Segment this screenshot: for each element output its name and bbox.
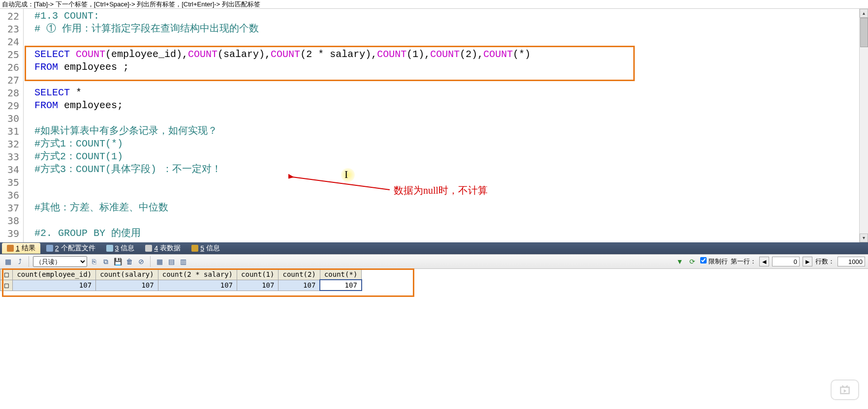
line-number: 39 [0, 227, 19, 240]
annotation-text: 数据为null时，不计算 [394, 184, 488, 197]
code-line[interactable]: SELECT * [34, 87, 859, 99]
cell[interactable]: 107 [158, 280, 237, 291]
cell[interactable]: 107 [13, 280, 96, 291]
code-line[interactable] [34, 35, 859, 48]
line-number: 23 [0, 23, 19, 35]
cell[interactable]: 107 [279, 280, 320, 291]
code-line[interactable]: FROM employees; [34, 99, 859, 112]
results-toolbar: ▦ ⤴ （只读） ⎘ ⧉ 💾 🗑 ⊘ ▦ ▤ ▥ ▼ ⟳ 限制行 第一行： ◀ … [0, 254, 868, 269]
tab-label: 信息 [206, 244, 220, 253]
line-number: 24 [0, 35, 19, 48]
line-number: 22 [0, 10, 19, 23]
tab-结果[interactable]: 1 结果 [2, 243, 40, 254]
code-line[interactable] [34, 74, 859, 87]
line-number: 32 [0, 138, 19, 150]
cell[interactable]: 107 [237, 280, 279, 291]
tab-label: 结果 [22, 244, 35, 253]
grid-view-icon[interactable]: ▦ [3, 257, 13, 266]
prev-page-button[interactable]: ◀ [759, 257, 769, 266]
grid-layout-icon[interactable]: ▦ [155, 257, 164, 266]
separator [29, 256, 29, 267]
code-line[interactable]: FROM employees ; [34, 61, 859, 74]
vertical-scrollbar[interactable]: ▴ ▾ [859, 9, 868, 242]
row-handle-header[interactable]: □ [0, 269, 13, 280]
row-count-input[interactable] [837, 257, 865, 266]
results-grid: □count(employee_id)count(salary)count(2 … [0, 269, 868, 291]
code-line[interactable]: #2. GROUP BY 的使用 [34, 227, 859, 240]
refresh-icon[interactable]: ⟳ [687, 257, 697, 266]
tab-表数据[interactable]: 4 表数据 [140, 243, 186, 254]
scroll-thumb[interactable] [860, 18, 868, 47]
code-line[interactable]: #1.3 COUNT: [34, 10, 859, 23]
tab-个配置文件[interactable]: 2 个配置文件 [41, 243, 100, 254]
text-layout-icon[interactable]: ▥ [178, 257, 188, 266]
filter-icon[interactable]: ▼ [675, 257, 684, 266]
line-number: 28 [0, 87, 19, 99]
column-header[interactable]: count(employee_id) [13, 269, 96, 280]
code-line[interactable] [34, 214, 859, 227]
row-count-label: 行数： [815, 257, 835, 266]
code-line[interactable]: #方式2：COUNT(1) [34, 150, 859, 163]
line-number-gutter: 222324252627282930313233343536373839 [0, 9, 24, 242]
edit-mode-select[interactable]: （只读） [33, 256, 87, 267]
code-line[interactable]: #方式3：COUNT(具体字段) ：不一定对！ [34, 163, 859, 176]
tab-信息[interactable]: 3 信息 [101, 243, 140, 254]
cancel-icon[interactable]: ⊘ [136, 257, 146, 266]
form-layout-icon[interactable]: ▤ [166, 257, 176, 266]
export-icon[interactable]: ⤴ [15, 257, 25, 266]
line-number: 30 [0, 112, 19, 125]
results-table[interactable]: □count(employee_id)count(salary)count(2 … [0, 269, 362, 291]
code-line[interactable]: #如果计算表中有多少条记录，如何实现？ [34, 125, 859, 138]
code-line[interactable]: #方式1：COUNT(*) [34, 138, 859, 150]
line-number: 34 [0, 163, 19, 176]
save-icon[interactable]: 💾 [113, 257, 123, 266]
tab-number: 4 [154, 244, 158, 252]
scroll-down-arrow-icon[interactable]: ▾ [860, 234, 868, 242]
delete-icon[interactable]: 🗑 [124, 257, 134, 266]
line-number: 35 [0, 176, 19, 189]
autocomplete-hint-bar: 自动完成：[Tab]-> 下一个标签，[Ctrl+Space]-> 列出所有标签… [0, 0, 868, 9]
column-header[interactable]: count(salary) [96, 269, 158, 280]
tab-number: 1 [16, 244, 20, 252]
tab-number: 2 [55, 244, 59, 252]
results-tabs-bar: 1 结果2 个配置文件3 信息4 表数据5 信息 [0, 242, 868, 254]
tab-number: 3 [115, 244, 119, 252]
code-line[interactable] [34, 112, 859, 125]
code-line[interactable]: #其他：方差、标准差、中位数 [34, 202, 859, 214]
column-header[interactable]: count(1) [237, 269, 279, 280]
scroll-up-arrow-icon[interactable]: ▴ [860, 9, 868, 18]
limit-rows-checkbox[interactable]: 限制行 [700, 257, 728, 266]
tab-信息[interactable]: 5 信息 [186, 243, 225, 254]
code-editor[interactable]: #1.3 COUNT:# ① 作用：计算指定字段在查询结构中出现的个数 SELE… [24, 9, 859, 242]
table-row[interactable]: □107107107107107107 [0, 280, 362, 291]
copy-icon[interactable]: ⎘ [89, 257, 99, 266]
line-number: 33 [0, 150, 19, 163]
code-line[interactable]: # ① 作用：计算指定字段在查询结构中出现的个数 [34, 23, 859, 35]
code-line[interactable]: SELECT COUNT(employee_id),COUNT(salary),… [34, 48, 859, 61]
tab-icon [191, 245, 198, 252]
tab-icon [145, 245, 152, 252]
row-handle[interactable]: □ [0, 280, 13, 291]
limit-rows-checkbox-input[interactable] [700, 257, 707, 263]
editor-area: 222324252627282930313233343536373839 #1.… [0, 9, 868, 242]
duplicate-icon[interactable]: ⧉ [101, 257, 111, 266]
line-number: 27 [0, 74, 19, 87]
first-row-input[interactable] [772, 257, 800, 266]
cell[interactable]: 107 [96, 280, 158, 291]
cell[interactable]: 107 [320, 280, 361, 291]
column-header[interactable]: count(*) [320, 269, 361, 280]
tab-icon [106, 245, 113, 252]
tab-label: 个配置文件 [61, 244, 95, 253]
first-row-label: 第一行： [731, 257, 756, 266]
tab-icon [7, 245, 14, 252]
tab-number: 5 [200, 244, 204, 252]
line-number: 26 [0, 61, 19, 74]
line-number: 25 [0, 48, 19, 61]
line-number: 31 [0, 125, 19, 138]
column-header[interactable]: count(2 * salary) [158, 269, 237, 280]
separator [150, 256, 151, 267]
autocomplete-hint-text: 自动完成：[Tab]-> 下一个标签，[Ctrl+Space]-> 列出所有标签… [2, 0, 260, 8]
tab-label: 表数据 [160, 244, 181, 253]
next-page-button[interactable]: ▶ [803, 257, 812, 266]
column-header[interactable]: count(2) [279, 269, 320, 280]
